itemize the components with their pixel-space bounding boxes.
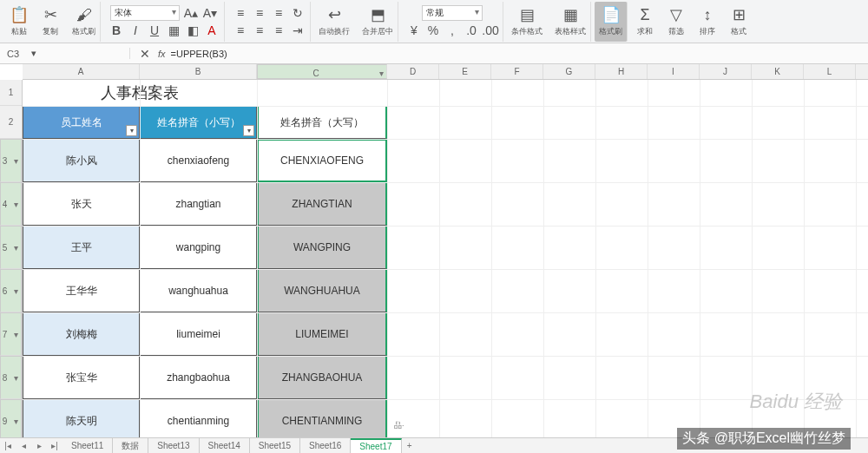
filter-dropdown-icon[interactable]: ▾ [126,125,137,136]
cell-name[interactable]: 王华华 [23,269,140,312]
col-header-E[interactable]: E [439,64,491,79]
formula-input[interactable]: =UPPER(B3) [171,49,227,59]
cell-pinyin-lower[interactable]: wangping [140,226,257,269]
header-employee-name[interactable]: 员工姓名 ▾ [23,106,140,139]
header-pinyin-lower[interactable]: 姓名拼音（小写） ▾ [140,106,257,139]
cell-pinyin-upper[interactable]: ZHANGBAOHUA [257,356,387,399]
sheet-tab[interactable]: Sheet11 [62,438,113,454]
cell-name[interactable]: 王平 [23,226,140,269]
cell-pinyin-lower[interactable]: chenxiaofeng [140,139,257,182]
align-center-icon[interactable]: ≡ [252,23,267,38]
row-header-1[interactable]: 1 [0,80,22,106]
cell-pinyin-upper[interactable]: LIUMEIMEI [257,312,387,356]
header-pinyin-upper[interactable]: 姓名拼音（大写） [257,106,387,139]
sheet-tab[interactable]: Sheet13 [148,438,199,454]
filter-dropdown-icon[interactable]: ▾ [243,125,254,136]
tab-nav-next-icon[interactable]: ▸ [31,441,47,450]
cell-pinyin-lower[interactable]: wanghuahua [140,269,257,312]
row-header-5[interactable]: 5 [0,226,22,269]
cell-pinyin-lower[interactable]: liumeimei [140,312,257,356]
col-header-L[interactable]: L [804,64,856,79]
sheet-tab[interactable]: Sheet14 [200,438,250,454]
row-header-4[interactable]: 4 [0,182,22,226]
cond-format-icon[interactable]: ▤ [517,5,536,24]
italic-icon[interactable]: I [128,23,143,38]
row-header-2[interactable]: 2 [0,106,22,139]
percent-icon[interactable]: % [425,23,441,38]
cell-name[interactable]: 陈天明 [23,399,140,443]
number-format-select[interactable]: 常规 [422,5,483,21]
row-header-7[interactable]: 7 [0,312,22,356]
autofill-tag[interactable]: 品· [394,420,404,431]
convert-icon[interactable]: 📄 [602,5,621,24]
cell-name[interactable]: 刘梅梅 [23,312,140,356]
sort-icon[interactable]: ↕ [698,5,717,24]
currency-icon[interactable]: ¥ [406,23,422,38]
col-header-D[interactable]: D [387,64,439,79]
sheet-tab[interactable]: Sheet16 [300,438,351,454]
fx-icon[interactable]: fx [158,49,166,59]
col-header-J[interactable]: J [700,64,752,79]
align-bot-icon[interactable]: ≡ [271,5,286,21]
col-header-H[interactable]: H [595,64,648,79]
underline-icon[interactable]: U [147,23,162,38]
comma-icon[interactable]: , [444,23,460,38]
merge-icon[interactable]: ⬒ [368,5,387,24]
cell-name[interactable]: 张宝华 [23,356,140,399]
font-decrease-icon[interactable]: A▾ [202,5,218,21]
add-sheet-icon[interactable]: + [402,441,418,450]
cells-area[interactable]: 人事档案表 员工姓名 ▾ 姓名拼音（小写） ▾ 姓名拼音（大写） 陈小风chen… [23,80,868,437]
format-painter-icon[interactable]: 🖌 [75,5,94,24]
col-header-G[interactable]: G [543,64,595,79]
sum-icon[interactable]: Σ [635,5,654,24]
font-family-select[interactable]: 宋体 [110,5,180,21]
align-left-icon[interactable]: ≡ [233,23,248,38]
tab-nav-first-icon[interactable]: |◂ [0,441,16,450]
cell-pinyin-upper[interactable]: CHENTIANMING [257,399,387,443]
cell-pinyin-lower[interactable]: chentianming [140,399,257,443]
border-icon[interactable]: ▦ [166,23,181,38]
align-top-icon[interactable]: ≡ [233,5,248,21]
cancel-icon[interactable]: ✕ [137,46,153,62]
filter-icon[interactable]: ▽ [667,5,686,24]
cell-pinyin-upper[interactable]: CHENXIAOFENG [257,139,387,182]
cell-pinyin-lower[interactable]: zhangbaohua [140,356,257,399]
orientation-icon[interactable]: ↻ [290,5,306,21]
name-box-dropdown-icon[interactable]: ▾ [31,48,36,59]
col-header-A[interactable]: A [23,64,140,79]
cell-name[interactable]: 陈小风 [23,139,140,182]
tab-nav-last-icon[interactable]: ▸| [47,441,62,450]
col-header-C[interactable]: C [257,64,387,79]
font-color-icon[interactable]: A [204,23,220,38]
cell-name[interactable]: 张天 [23,182,140,226]
name-box[interactable]: C3 [7,49,19,59]
row-header-6[interactable]: 6 [0,269,22,312]
bold-icon[interactable]: B [108,23,124,38]
fill-color-icon[interactable]: ◧ [185,23,201,38]
sheet-tab[interactable]: Sheet15 [250,438,300,454]
format-icon[interactable]: ⊞ [729,5,748,24]
scissors-icon[interactable]: ✂ [41,5,60,24]
cell-pinyin-upper[interactable]: WANGPING [257,226,387,269]
sheet-tab[interactable]: 数据 [113,438,148,454]
row-header-3[interactable]: 3 [0,139,22,182]
table-style-icon[interactable]: ▦ [561,5,580,24]
align-mid-icon[interactable]: ≡ [252,5,267,21]
col-header-K[interactable]: K [752,64,804,79]
cell-pinyin-upper[interactable]: WANGHUAHUA [257,269,387,312]
paste-icon[interactable]: 📋 [10,5,29,24]
row-header-9[interactable]: 9 [0,399,22,443]
align-right-icon[interactable]: ≡ [271,23,286,38]
inc-decimal-icon[interactable]: .0 [464,23,479,38]
col-header-B[interactable]: B [140,64,257,79]
dec-decimal-icon[interactable]: .00 [483,23,498,38]
sheet-tab[interactable]: Sheet17 [351,438,401,454]
col-header-I[interactable]: I [648,64,700,79]
col-header-F[interactable]: F [491,64,543,79]
font-increase-icon[interactable]: A▴ [183,5,199,21]
row-header-8[interactable]: 8 [0,356,22,399]
tab-nav-prev-icon[interactable]: ◂ [16,441,31,450]
wrap-text-icon[interactable]: ↩ [325,5,344,24]
cell-pinyin-lower[interactable]: zhangtian [140,182,257,226]
indent-icon[interactable]: ⇥ [290,23,306,38]
